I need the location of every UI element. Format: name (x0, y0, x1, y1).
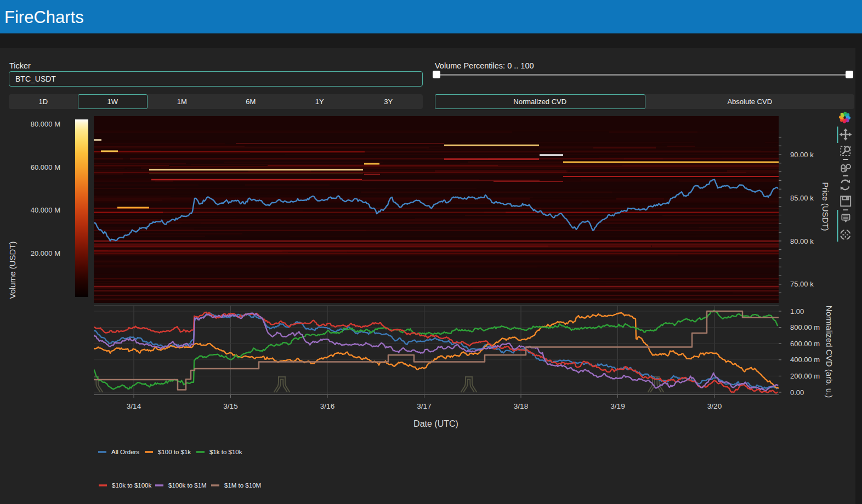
svg-text:600.00 m: 600.00 m (790, 340, 820, 348)
svg-text:90.00 k: 90.00 k (790, 151, 814, 159)
svg-text:80.00 k: 80.00 k (790, 237, 814, 245)
svg-text:Date (UTC): Date (UTC) (413, 419, 458, 428)
svg-text:$100 to $1k: $100 to $1k (158, 449, 191, 455)
svg-text:3/14: 3/14 (127, 402, 141, 410)
svg-text:Normalized CVD (arb. u.): Normalized CVD (arb. u.) (825, 306, 834, 398)
svg-text:400.00 m: 400.00 m (790, 356, 820, 364)
svg-text:60.000 M: 60.000 M (31, 163, 60, 171)
svg-text:3/15: 3/15 (223, 402, 237, 410)
svg-text:200.00 m: 200.00 m (790, 372, 820, 380)
svg-text:0.00: 0.00 (790, 388, 804, 397)
svg-text:3/18: 3/18 (514, 402, 528, 410)
svg-text:$10k to $100k: $10k to $100k (112, 482, 152, 489)
svg-text:20.000 M: 20.000 M (31, 249, 60, 257)
svg-text:$1k to $10k: $1k to $10k (209, 449, 242, 455)
svg-text:3/16: 3/16 (320, 402, 334, 410)
svg-text:All Orders: All Orders (111, 449, 139, 455)
svg-text:Price (USDT): Price (USDT) (821, 182, 830, 231)
svg-text:3/20: 3/20 (707, 402, 722, 410)
svg-text:3/17: 3/17 (417, 402, 431, 410)
svg-text:85.00 k: 85.00 k (790, 194, 814, 202)
svg-text:3/19: 3/19 (610, 402, 625, 410)
svg-text:800.00 m: 800.00 m (790, 323, 820, 331)
svg-text:Volume (USDT): Volume (USDT) (8, 241, 17, 299)
svg-text:1.00: 1.00 (790, 307, 804, 316)
svg-text:75.00 k: 75.00 k (790, 280, 814, 288)
svg-text:80.000 M: 80.000 M (31, 120, 60, 128)
svg-text:40.000 M: 40.000 M (31, 206, 60, 214)
svg-text:$1M to $10M: $1M to $10M (224, 482, 261, 489)
svg-text:$100k to $1M: $100k to $1M (168, 482, 207, 489)
